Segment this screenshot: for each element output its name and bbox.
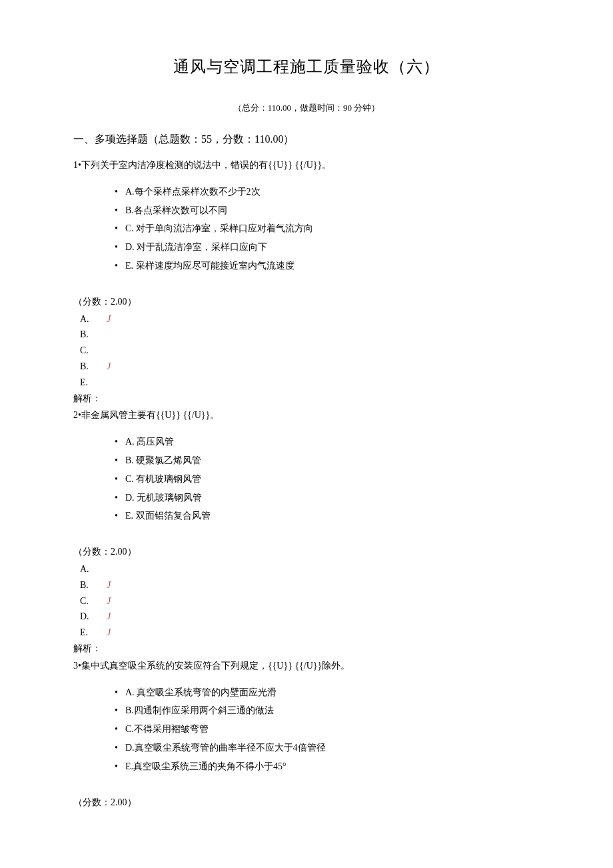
analysis-label: 解析： (73, 391, 540, 407)
option-item: B.四通制作应采用两个斜三通的做法 (115, 703, 540, 719)
option-item: C.不得采用褶皱弯管 (115, 721, 540, 737)
answer-line: B.J (80, 359, 540, 375)
answer-line: B. (80, 327, 540, 343)
answer-line: E. (80, 375, 540, 391)
answer-letter: D. (80, 609, 107, 625)
answer-line: C. (80, 343, 540, 359)
answer-line: D.J (80, 609, 540, 625)
answer-line: C.J (80, 593, 540, 609)
option-item: A.每个采样点采样次数不少于2次 (115, 184, 540, 200)
option-item: A. 真空吸尘系统弯管的内壁面应光滑 (115, 685, 540, 701)
answer-mark-icon: J (107, 314, 111, 324)
option-item: D. 无机玻璃钢风管 (115, 490, 540, 506)
answer-letter: E. (80, 375, 107, 391)
option-item: A. 高压风管 (115, 434, 540, 450)
option-item: C. 对于单向流洁净室，采样口应对着气流方向 (115, 221, 540, 237)
option-item: E. 采样速度均应尽可能接近室内气流速度 (115, 258, 540, 274)
answer-letter: A. (80, 561, 107, 577)
question-stem: 1•下列关于室内洁净度检测的说法中，错误的有{{U}} {{/U}}。 (73, 157, 540, 173)
score-label: （分数：2.00） (73, 795, 540, 811)
answer-mark-icon: J (107, 596, 111, 606)
exam-summary: （总分：110.00，做题时间：90 分钟） (73, 101, 540, 115)
option-item: B. 硬聚氯乙烯风管 (115, 453, 540, 469)
answer-letter: C. (80, 343, 107, 359)
score-label: （分数：2.00） (73, 294, 540, 310)
answer-letter: B. (80, 577, 107, 593)
answer-line: B.J (80, 577, 540, 593)
option-item: E. 双面铝箔复合风管 (115, 508, 540, 524)
questions-container: 1•下列关于室内洁净度检测的说法中，错误的有{{U}} {{/U}}。A.每个采… (73, 157, 540, 810)
answer-letter: C. (80, 593, 107, 609)
option-item: D.真空吸尘系统弯管的曲率半径不应大于4倍管径 (115, 740, 540, 756)
answer-line: A.J (80, 311, 540, 327)
section-heading: 一、多项选择题（总题数：55，分数：110.00） (73, 130, 540, 148)
question-stem: 2•非金属风管主要有{{U}} {{/U}}。 (73, 407, 540, 423)
answer-mark-icon: J (107, 611, 111, 621)
analysis-label: 解析： (73, 641, 540, 657)
option-item: D. 对于乱流洁净室，采样口应向下 (115, 239, 540, 255)
options-list: A. 高压风管B. 硬聚氯乙烯风管C. 有机玻璃钢风管D. 无机玻璃钢风管E. … (73, 434, 540, 524)
score-label: （分数：2.00） (73, 544, 540, 560)
answer-mark-icon: J (107, 580, 111, 590)
answer-letter: B. (80, 327, 107, 343)
option-item: E.真空吸尘系统三通的夹角不得小于45° (115, 759, 540, 775)
answer-letter: E. (80, 625, 107, 641)
page-title: 通风与空调工程施工质量验收（六） (73, 53, 540, 81)
option-item: B.各点采样次数可以不同 (115, 203, 540, 219)
answer-letter: B. (80, 359, 107, 375)
options-list: A. 真空吸尘系统弯管的内壁面应光滑B.四通制作应采用两个斜三通的做法C.不得采… (73, 685, 540, 775)
answer-line: E.J (80, 625, 540, 641)
answer-mark-icon: J (107, 361, 111, 371)
answer-mark-icon: J (107, 627, 111, 637)
answer-letter: A. (80, 311, 107, 327)
answer-line: A. (80, 561, 540, 577)
option-item: C. 有机玻璃钢风管 (115, 471, 540, 487)
options-list: A.每个采样点采样次数不少于2次B.各点采样次数可以不同C. 对于单向流洁净室，… (73, 184, 540, 274)
question-stem: 3•集中式真空吸尘系统的安装应符合下列规定，{{U}} {{/U}}除外。 (73, 658, 540, 674)
